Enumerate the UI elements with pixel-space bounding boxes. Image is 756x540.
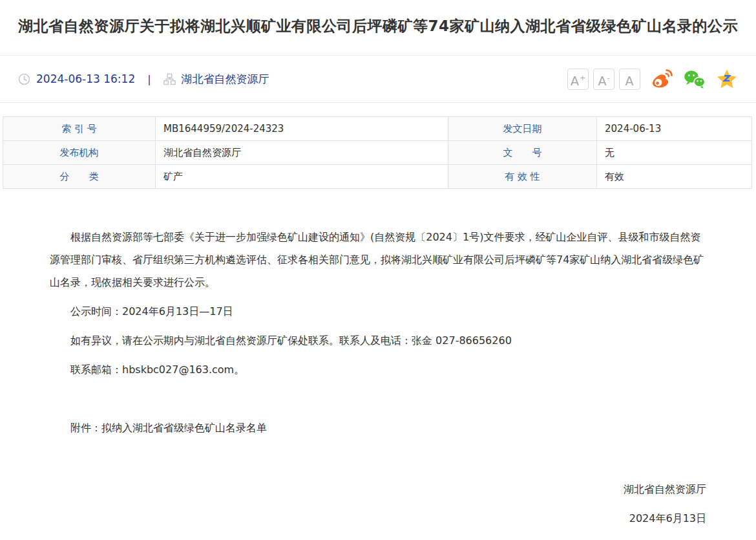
font-increase-button[interactable]: A+ xyxy=(567,69,589,90)
attachment-line: 附件：拟纳入湖北省省级绿色矿山名录名单 xyxy=(50,416,706,439)
article-page: 湖北省自然资源厅关于拟将湖北兴顺矿业有限公司后坪磷矿等74家矿山纳入湖北省省级绿… xyxy=(0,0,756,540)
info-value: 无 xyxy=(597,141,752,165)
body-paragraph: 公示时间：2024年6月13日—17日 xyxy=(50,300,706,323)
body-paragraph: 根据自然资源部等七部委《关于进一步加强绿色矿山建设的通知》(自然资规〔2024〕… xyxy=(50,226,706,294)
info-label: 索 引 号 xyxy=(3,117,156,141)
table-row: 分 类 矿产 有 效 性 有效 xyxy=(3,165,752,189)
info-value: MB1644959/2024-24323 xyxy=(156,117,448,141)
org-sitemap-icon xyxy=(163,73,176,85)
body-paragraph: 联系邮箱：hbskbc027@163.com。 xyxy=(50,358,706,381)
qzone-share-icon[interactable] xyxy=(716,69,738,90)
signature-org: 湖北省自然资源厅 xyxy=(50,478,706,501)
info-label: 文 号 xyxy=(448,141,597,165)
info-label: 发布机构 xyxy=(3,141,156,165)
wechat-share-icon[interactable] xyxy=(683,69,706,89)
font-decrease-button[interactable]: A- xyxy=(593,69,614,90)
info-value: 有效 xyxy=(597,165,752,189)
font-reset-button[interactable]: A xyxy=(619,69,640,90)
weibo-share-icon[interactable] xyxy=(650,69,673,90)
signature-date: 2024年6月13日 xyxy=(50,507,706,530)
info-value: 湖北省自然资源厅 xyxy=(156,141,448,165)
page-tools: A+ A- A xyxy=(563,69,738,90)
info-label: 发文日期 xyxy=(448,117,597,141)
article-body: 根据自然资源部等七部委《关于进一步加强绿色矿山建设的通知》(自然资规〔2024〕… xyxy=(0,189,756,530)
publish-info: 2024-06-13 16:12 | 湖北省自然资源厅 xyxy=(18,72,269,87)
publish-datetime: 2024-06-13 16:12 xyxy=(36,72,135,85)
clock-icon xyxy=(18,73,30,85)
body-paragraph: 如有异议，请在公示期内与湖北省自然资源厅矿保处联系。联系人及电话：张金 027-… xyxy=(50,329,706,352)
document-info-table: 索 引 号 MB1644959/2024-24323 发文日期 2024-06-… xyxy=(3,116,752,189)
attachment-link[interactable]: 拟纳入湖北省省级绿色矿山名录名单 xyxy=(101,422,267,434)
meta-separator: | xyxy=(147,73,151,85)
info-value: 矿产 xyxy=(156,165,448,189)
table-row: 发布机构 湖北省自然资源厅 文 号 无 xyxy=(3,141,752,165)
info-value: 2024-06-13 xyxy=(597,117,752,141)
info-label: 有 效 性 xyxy=(448,165,597,189)
attachment-label: 附件： xyxy=(70,422,101,434)
table-row: 索 引 号 MB1644959/2024-24323 发文日期 2024-06-… xyxy=(3,117,752,141)
page-title: 湖北省自然资源厅关于拟将湖北兴顺矿业有限公司后坪磷矿等74家矿山纳入湖北省省级绿… xyxy=(0,0,756,56)
info-label: 分 类 xyxy=(3,165,156,189)
meta-row: 2024-06-13 16:12 | 湖北省自然资源厅 A+ A- A xyxy=(0,56,756,103)
source-name: 湖北省自然资源厅 xyxy=(182,72,269,87)
